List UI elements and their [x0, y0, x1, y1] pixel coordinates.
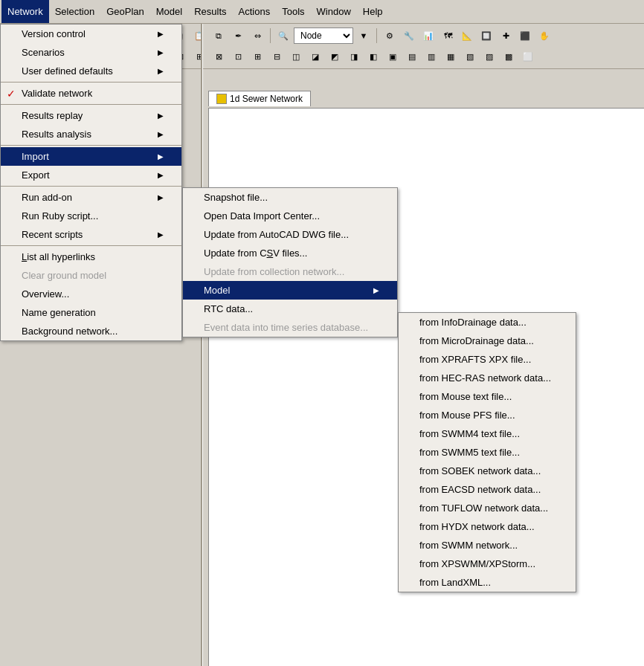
- arrow-icon: ▶: [373, 286, 379, 294]
- model-eacsd[interactable]: from EACSD network data...: [399, 480, 576, 499]
- menu-item-version-control[interactable]: Version control ▶: [1, 25, 181, 43]
- menu-sep-2: [1, 104, 181, 105]
- model-infodrainage[interactable]: from InfoDrainage data...: [399, 313, 576, 332]
- toolbar-size-btn[interactable]: ⇔: [248, 28, 266, 44]
- toolbar2-g7-btn[interactable]: ◫: [287, 48, 305, 65]
- toolbar-extra3-btn[interactable]: 📊: [419, 28, 437, 44]
- menu-item-list-hyperlinks[interactable]: List all hyperlinks: [1, 248, 181, 266]
- toolbar2-g19-btn[interactable]: ⬜: [519, 48, 537, 65]
- toolbar-extra5-btn[interactable]: 📐: [458, 28, 476, 44]
- menu-sep-4: [1, 186, 181, 187]
- menu-model[interactable]: Model: [150, 0, 188, 23]
- model-xprafts[interactable]: from XPRAFTS XPX file...: [399, 350, 576, 369]
- menu-item-validate[interactable]: ✓ Validate network: [1, 84, 181, 103]
- menu-item-export[interactable]: Export ▶: [1, 166, 181, 184]
- toolbar2-g13-btn[interactable]: ▤: [403, 48, 421, 65]
- arrow-icon: ▶: [158, 48, 164, 56]
- import-data-center[interactable]: Open Data Import Center...: [183, 207, 397, 225]
- menu-sep-5: [1, 245, 181, 246]
- menu-geoplan[interactable]: GeoPlan: [100, 0, 150, 23]
- menu-item-run-addon[interactable]: Run add-on ▶: [1, 188, 181, 207]
- menu-item-ruby-script[interactable]: Run Ruby script...: [1, 207, 181, 225]
- toolbar-zoom-btn[interactable]: 🔍: [274, 28, 292, 44]
- toolbar-extra6-btn[interactable]: 🔲: [477, 28, 495, 44]
- arrow-icon: ▶: [158, 30, 164, 38]
- model-hecras[interactable]: from HEC-RAS network data...: [399, 369, 576, 387]
- arrow-icon: ▶: [158, 171, 164, 179]
- toolbar2-g5-btn[interactable]: ⊞: [248, 48, 266, 65]
- model-landxml[interactable]: from LandXML...: [399, 573, 576, 592]
- tab-icon: [216, 94, 227, 104]
- toolbar-extra7-btn[interactable]: ✚: [497, 28, 515, 44]
- toolbar-arrow-btn[interactable]: ▼: [355, 28, 373, 44]
- toolbar-pen-btn[interactable]: ✒: [229, 28, 247, 44]
- toolbar2-g18-btn[interactable]: ▩: [500, 48, 518, 65]
- toolbar2-g16-btn[interactable]: ▧: [461, 48, 479, 65]
- menu-item-name-generation[interactable]: Name generation: [1, 303, 181, 322]
- model-mouse-text[interactable]: from Mouse text file...: [399, 387, 576, 406]
- model-swmm5[interactable]: from SWMM5 text file...: [399, 443, 576, 462]
- model-mouse-pfs[interactable]: from Mouse PFS file...: [399, 406, 576, 424]
- menu-item-results-analysis[interactable]: Results analysis ▶: [1, 125, 181, 143]
- import-autocad[interactable]: Update from AutoCAD DWG file...: [183, 225, 397, 244]
- tab-1d-sewer[interactable]: 1d Sewer Network: [208, 91, 311, 106]
- node-dropdown[interactable]: Node: [294, 28, 353, 44]
- menu-item-background-network[interactable]: Background network...: [1, 322, 181, 340]
- toolbar-extra2-btn[interactable]: 🔧: [400, 28, 418, 44]
- toolbar2-g3-btn[interactable]: ⊠: [210, 48, 228, 65]
- network-dropdown-menu: Version control ▶ Scenarios ▶ User defin…: [0, 24, 182, 341]
- model-hydx[interactable]: from HYDX network data...: [399, 517, 576, 536]
- model-swmm-network[interactable]: from SWMM network...: [399, 536, 576, 555]
- toolbar2-g2-btn[interactable]: ⊞: [190, 48, 208, 65]
- toolbar-extra8-btn[interactable]: ⬛: [516, 28, 534, 44]
- menu-results[interactable]: Results: [188, 0, 232, 23]
- menu-selection[interactable]: Selection: [49, 0, 100, 23]
- model-sobek[interactable]: from SOBEK network data...: [399, 462, 576, 480]
- toolbar2-g15-btn[interactable]: ▦: [442, 48, 460, 65]
- toolbar-paste-btn[interactable]: 📋: [190, 28, 208, 44]
- import-event-data: Event data into time series database...: [183, 318, 397, 337]
- menu-item-user-defaults[interactable]: User defined defaults ▶: [1, 62, 181, 80]
- model-tuflow[interactable]: from TUFLOW network data...: [399, 499, 576, 517]
- toolbar2-g12-btn[interactable]: ▣: [384, 48, 402, 65]
- menu-item-results-replay[interactable]: Results replay ▶: [1, 106, 181, 125]
- arrow-icon: ▶: [158, 230, 164, 239]
- import-model[interactable]: Model ▶: [183, 281, 397, 300]
- toolbar2-g11-btn[interactable]: ◧: [364, 48, 382, 65]
- toolbar2-g9-btn[interactable]: ◩: [326, 48, 344, 65]
- vertical-divider: [201, 24, 203, 666]
- toolbar2-g14-btn[interactable]: ▥: [422, 48, 440, 65]
- arrow-icon: ▶: [158, 67, 164, 75]
- menu-item-recent-scripts[interactable]: Recent scripts ▶: [1, 225, 181, 244]
- model-xpswmm[interactable]: from XPSWMM/XPStorm...: [399, 555, 576, 573]
- menu-item-import[interactable]: Import ▶: [1, 147, 181, 166]
- menubar: Network Selection GeoPlan Model Results …: [0, 0, 644, 24]
- menu-item-clear-ground: Clear ground model: [1, 266, 181, 285]
- menu-actions[interactable]: Actions: [233, 0, 277, 23]
- import-csv[interactable]: Update from CSV files...: [183, 244, 397, 262]
- toolbar-hand-btn[interactable]: ✋: [535, 28, 553, 44]
- model-microdrainage[interactable]: from MicroDrainage data...: [399, 332, 576, 350]
- toolbar2-g6-btn[interactable]: ⊟: [268, 48, 286, 65]
- toolbar-sep-4: [376, 28, 377, 43]
- menu-tools[interactable]: Tools: [276, 0, 310, 23]
- toolbar2-g17-btn[interactable]: ▨: [480, 48, 498, 65]
- arrow-icon: ▶: [158, 193, 164, 201]
- menu-window[interactable]: Window: [311, 0, 357, 23]
- toolbar2-g10-btn[interactable]: ◨: [345, 48, 363, 65]
- menu-item-overview[interactable]: Overview...: [1, 285, 181, 303]
- model-swmm4[interactable]: from SWMM4 text file...: [399, 424, 576, 443]
- menu-help[interactable]: Help: [357, 0, 389, 23]
- model-submenu: from InfoDrainage data... from MicroDrai…: [398, 312, 576, 592]
- toolbar-extra4-btn[interactable]: 🗺: [439, 28, 457, 44]
- import-submenu: Snapshot file... Open Data Import Center…: [182, 187, 398, 337]
- menu-network[interactable]: Network: [1, 0, 49, 23]
- toolbar-clone-btn[interactable]: ⧉: [210, 28, 228, 44]
- menu-item-scenarios[interactable]: Scenarios ▶: [1, 43, 181, 62]
- import-collection: Update from collection network...: [183, 262, 397, 281]
- import-rtc[interactable]: RTC data...: [183, 300, 397, 318]
- toolbar2-g8-btn[interactable]: ◪: [306, 48, 324, 65]
- toolbar2-g4-btn[interactable]: ⊡: [229, 48, 247, 65]
- import-snapshot[interactable]: Snapshot file...: [183, 188, 397, 207]
- toolbar-extra1-btn[interactable]: ⚙: [381, 28, 399, 44]
